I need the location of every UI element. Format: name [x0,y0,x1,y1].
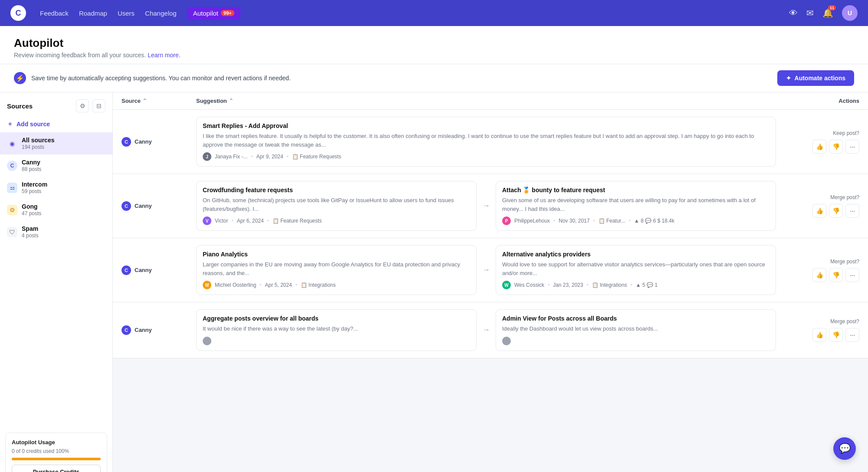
table-row: C Canny Smart Replies - Add Approval I l… [113,110,868,174]
nav-changelog[interactable]: Changelog [145,10,177,17]
thumbs-down-button[interactable]: 👎 [829,268,843,282]
content-area: Source ⌃ Suggestion ⌃ Actions C Canny Sm… [113,92,868,472]
nav-users[interactable]: Users [118,10,135,17]
thumbs-up-button[interactable]: 👍 [812,204,826,218]
actions-cell: Merge post? 👍 👎 ··· [781,259,859,282]
canny-source-icon: C [122,201,131,211]
filter-icon-button[interactable]: ⊟ [92,99,105,112]
intercom-icon: ⚏ [7,183,17,193]
actions-cell: Keep post? 👍 👎 ··· [781,130,859,154]
gong-icon: ⚙ [7,205,17,215]
suggestion-cell: Aggregate posts overview for all boards … [196,309,776,351]
nav-links: Feedback Roadmap Users Changelog Autopil… [40,7,240,20]
suggestion-cell: Smart Replies - Add Approval I like the … [196,117,776,167]
purchase-credits-button[interactable]: Purchase Credits [12,465,101,472]
table-row: C Canny Piano Analytics Larger companies… [113,238,868,302]
automate-actions-button[interactable]: ✦ Automate actions [777,70,854,86]
page-title: Autopilot [14,36,854,50]
suggestion-card-right[interactable]: Admin View for Posts across all Boards I… [496,309,776,351]
source-cell: C Canny [122,201,191,211]
nav-feedback[interactable]: Feedback [40,10,69,17]
thumbs-down-button[interactable]: 👎 [829,140,843,154]
more-options-button[interactable]: ··· [845,204,859,218]
autopilot-badge: 99+ [221,10,234,16]
actions-cell: Merge post? 👍 👎 ··· [781,318,859,342]
col-suggestion: Suggestion ⌃ [196,98,776,104]
post-meta: J Janaya Fix -... • Apr 9, 2024 • 📋 Feat… [203,152,769,161]
banner-text: Save time by automatically accepting sug… [31,75,772,82]
canny-source-icon: C [122,137,131,147]
merge-arrow: → [482,201,490,210]
progress-bar-fill [12,458,101,460]
page-subtitle: Review incoming feedback from all your s… [14,52,854,59]
all-sources-icon: ◉ [7,138,17,149]
learn-more-link[interactable]: Learn more. [148,52,180,59]
settings-icon-button[interactable]: ⚙ [76,99,89,112]
suggestion-card-left[interactable]: Aggregate posts overview for all boards … [196,309,477,351]
usage-card: Autopilot Usage 0 of 0 credits used 100%… [5,433,107,472]
more-options-button[interactable]: ··· [845,328,859,342]
author-avatar [502,337,511,345]
thumbs-up-button[interactable]: 👍 [812,328,826,342]
canny-source-icon: C [122,266,131,275]
table-header: Source ⌃ Suggestion ⌃ Actions [113,92,868,110]
more-options-button[interactable]: ··· [845,140,859,154]
author-avatar: J [203,152,211,161]
canny-source-icon: C [122,325,131,335]
notification-icon[interactable]: 🔔 11 [822,8,833,18]
progress-bar-bg [12,458,101,460]
source-cell: C Canny [122,137,191,147]
author-avatar: M [203,281,211,289]
author-avatar [203,337,211,345]
thumbs-up-button[interactable]: 👍 [812,140,826,154]
suggestion-card-left[interactable]: Crowdfunding feature requests On GitHub,… [196,181,477,231]
suggestion-card-right[interactable]: Attach 🏅 bounty to feature request Given… [496,181,776,231]
logo[interactable]: C [10,5,26,21]
sidebar-header: Sources ⚙ ⊟ [0,92,112,116]
suggestion-card-left[interactable]: Piano Analytics Larger companies in the … [196,245,477,295]
page-header: Autopilot Review incoming feedback from … [0,26,868,64]
suggestion-card[interactable]: Smart Replies - Add Approval I like the … [196,117,776,167]
source-list: ◉ All sources 194 posts C Canny 88 posts… [0,132,112,243]
source-cell: C Canny [122,325,191,335]
suggestion-cell: Piano Analytics Larger companies in the … [196,245,776,295]
table-row: C Canny Crowdfunding feature requests On… [113,174,868,238]
source-item-canny[interactable]: C Canny 88 posts [0,154,112,177]
source-item-gong[interactable]: ⚙ Gong 47 posts [0,199,112,221]
nav-right: 👁 ✉ 🔔 11 U [789,5,858,21]
lightning-icon: ⚡ [14,72,26,84]
source-item-intercom[interactable]: ⚏ Intercom 59 posts [0,177,112,199]
nav-autopilot[interactable]: Autopilot 99+ [187,7,240,20]
merge-arrow: → [482,266,490,275]
suggestion-cell: Crowdfunding feature requests On GitHub,… [196,181,776,231]
thumbs-up-button[interactable]: 👍 [812,268,826,282]
actions-cell: Merge post? 👍 👎 ··· [781,194,859,218]
suggestion-card-right[interactable]: Alternative analytics providers Would lo… [496,245,776,295]
navbar: C Feedback Roadmap Users Changelog Autop… [0,0,868,26]
watch-icon[interactable]: 👁 [789,8,798,18]
spam-icon: 🛡 [7,227,17,237]
merge-arrow: → [482,325,490,334]
thumbs-down-button[interactable]: 👎 [829,204,843,218]
canny-icon: C [7,161,17,171]
banner: ⚡ Save time by automatically accepting s… [0,64,868,92]
chat-bubble[interactable]: 💬 [833,437,856,460]
source-cell: C Canny [122,266,191,275]
thumbs-down-button[interactable]: 👎 [829,328,843,342]
mail-icon[interactable]: ✉ [806,8,814,18]
add-source-button[interactable]: ＋ Add source [0,116,112,132]
sidebar: Sources ⚙ ⊟ ＋ Add source ◉ All sources 1… [0,92,113,472]
author-avatar: V [203,216,211,225]
col-actions: Actions [781,98,859,104]
author-avatar: W [502,281,511,289]
avatar[interactable]: U [842,5,858,21]
table-row: C Canny Aggregate posts overview for all… [113,302,868,358]
more-options-button[interactable]: ··· [845,268,859,282]
nav-roadmap[interactable]: Roadmap [79,10,107,17]
col-source: Source ⌃ [122,98,191,104]
sources-title: Sources [7,102,33,110]
author-avatar: P [502,216,511,225]
source-item-all[interactable]: ◉ All sources 194 posts [0,132,112,154]
source-item-spam[interactable]: 🛡 Spam 4 posts [0,221,112,243]
main-layout: Sources ⚙ ⊟ ＋ Add source ◉ All sources 1… [0,92,868,472]
